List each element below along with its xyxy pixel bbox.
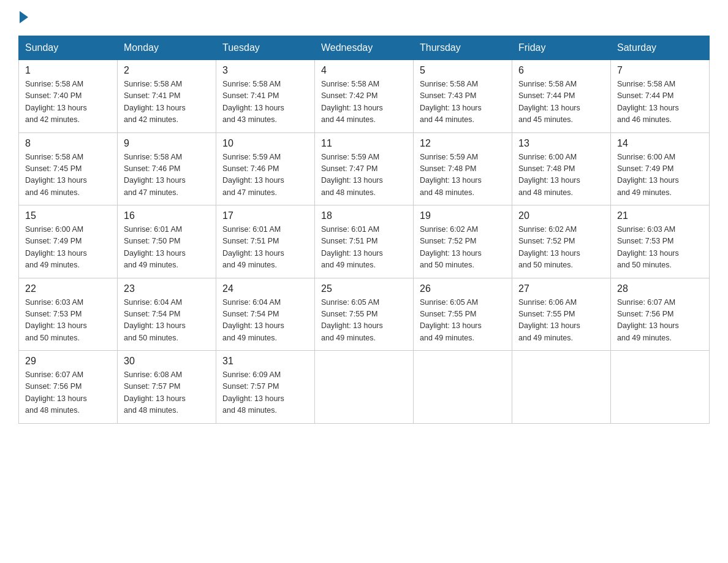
day-number: 6 <box>518 65 604 76</box>
calendar-cell: 28 Sunrise: 6:07 AM Sunset: 7:56 PM Dayl… <box>611 278 710 351</box>
day-info: Sunrise: 5:58 AM Sunset: 7:41 PM Dayligh… <box>222 79 308 126</box>
calendar-cell: 30 Sunrise: 6:08 AM Sunset: 7:57 PM Dayl… <box>118 351 216 424</box>
calendar-cell: 12 Sunrise: 5:59 AM Sunset: 7:48 PM Dayl… <box>414 132 512 205</box>
calendar-cell: 16 Sunrise: 6:01 AM Sunset: 7:50 PM Dayl… <box>118 205 216 278</box>
day-info: Sunrise: 5:59 AM Sunset: 7:46 PM Dayligh… <box>222 151 308 199</box>
calendar-cell: 11 Sunrise: 5:59 AM Sunset: 7:47 PM Dayl… <box>315 132 414 205</box>
day-info: Sunrise: 6:01 AM Sunset: 7:50 PM Dayligh… <box>124 224 210 272</box>
calendar-cell: 27 Sunrise: 6:06 AM Sunset: 7:55 PM Dayl… <box>512 278 611 351</box>
calendar-header: SundayMondayTuesdayWednesdayThursdayFrid… <box>19 36 710 60</box>
day-number: 4 <box>321 65 407 76</box>
logo-blue-part <box>18 12 31 23</box>
calendar-cell: 22 Sunrise: 6:03 AM Sunset: 7:53 PM Dayl… <box>19 278 118 351</box>
day-number: 10 <box>222 138 308 149</box>
calendar-cell: 31 Sunrise: 6:09 AM Sunset: 7:57 PM Dayl… <box>216 351 315 424</box>
day-info: Sunrise: 5:58 AM Sunset: 7:42 PM Dayligh… <box>321 79 407 126</box>
day-info: Sunrise: 6:07 AM Sunset: 7:56 PM Dayligh… <box>25 369 111 417</box>
day-info: Sunrise: 6:02 AM Sunset: 7:52 PM Dayligh… <box>518 224 604 272</box>
day-number: 25 <box>321 283 407 294</box>
day-info: Sunrise: 6:04 AM Sunset: 7:54 PM Dayligh… <box>222 297 308 345</box>
day-info: Sunrise: 5:58 AM Sunset: 7:40 PM Dayligh… <box>25 79 111 126</box>
day-number: 12 <box>420 138 506 149</box>
weekday-header-row: SundayMondayTuesdayWednesdayThursdayFrid… <box>19 36 710 60</box>
calendar-week-row: 22 Sunrise: 6:03 AM Sunset: 7:53 PM Dayl… <box>19 278 710 351</box>
calendar-cell: 9 Sunrise: 5:58 AM Sunset: 7:46 PM Dayli… <box>118 132 216 205</box>
calendar-cell: 14 Sunrise: 6:00 AM Sunset: 7:49 PM Dayl… <box>611 132 710 205</box>
calendar-cell: 29 Sunrise: 6:07 AM Sunset: 7:56 PM Dayl… <box>19 351 118 424</box>
calendar-cell: 13 Sunrise: 6:00 AM Sunset: 7:48 PM Dayl… <box>512 132 611 205</box>
day-info: Sunrise: 6:01 AM Sunset: 7:51 PM Dayligh… <box>222 224 308 272</box>
calendar-cell: 24 Sunrise: 6:04 AM Sunset: 7:54 PM Dayl… <box>216 278 315 351</box>
weekday-header-tuesday: Tuesday <box>216 36 315 60</box>
logo-arrow-icon <box>20 11 28 23</box>
calendar-body: 1 Sunrise: 5:58 AM Sunset: 7:40 PM Dayli… <box>19 60 710 424</box>
logo <box>18 12 31 23</box>
day-info: Sunrise: 6:05 AM Sunset: 7:55 PM Dayligh… <box>420 297 506 345</box>
day-number: 18 <box>321 210 407 221</box>
calendar-cell: 7 Sunrise: 5:58 AM Sunset: 7:44 PM Dayli… <box>611 60 710 133</box>
calendar-cell: 25 Sunrise: 6:05 AM Sunset: 7:55 PM Dayl… <box>315 278 414 351</box>
day-number: 1 <box>25 65 111 76</box>
calendar-table: SundayMondayTuesdayWednesdayThursdayFrid… <box>18 36 710 424</box>
day-info: Sunrise: 6:09 AM Sunset: 7:57 PM Dayligh… <box>222 369 308 417</box>
day-info: Sunrise: 6:01 AM Sunset: 7:51 PM Dayligh… <box>321 224 407 272</box>
day-info: Sunrise: 6:02 AM Sunset: 7:52 PM Dayligh… <box>420 224 506 272</box>
weekday-header-friday: Friday <box>512 36 611 60</box>
calendar-cell <box>315 351 414 424</box>
day-number: 2 <box>124 65 210 76</box>
day-info: Sunrise: 6:00 AM Sunset: 7:49 PM Dayligh… <box>25 224 111 272</box>
calendar-cell: 10 Sunrise: 5:59 AM Sunset: 7:46 PM Dayl… <box>216 132 315 205</box>
calendar-cell: 23 Sunrise: 6:04 AM Sunset: 7:54 PM Dayl… <box>118 278 216 351</box>
day-info: Sunrise: 6:08 AM Sunset: 7:57 PM Dayligh… <box>124 369 210 417</box>
calendar-cell: 26 Sunrise: 6:05 AM Sunset: 7:55 PM Dayl… <box>414 278 512 351</box>
day-number: 9 <box>124 138 210 149</box>
day-number: 16 <box>124 210 210 221</box>
calendar-week-row: 29 Sunrise: 6:07 AM Sunset: 7:56 PM Dayl… <box>19 351 710 424</box>
day-info: Sunrise: 6:00 AM Sunset: 7:48 PM Dayligh… <box>518 151 604 199</box>
day-number: 17 <box>222 210 308 221</box>
calendar-cell <box>414 351 512 424</box>
day-number: 20 <box>518 210 604 221</box>
day-info: Sunrise: 6:05 AM Sunset: 7:55 PM Dayligh… <box>321 297 407 345</box>
day-number: 24 <box>222 283 308 294</box>
calendar-cell <box>611 351 710 424</box>
day-info: Sunrise: 6:04 AM Sunset: 7:54 PM Dayligh… <box>124 297 210 345</box>
calendar-cell: 6 Sunrise: 5:58 AM Sunset: 7:44 PM Dayli… <box>512 60 611 133</box>
day-number: 7 <box>617 65 703 76</box>
day-number: 14 <box>617 138 703 149</box>
calendar-cell: 4 Sunrise: 5:58 AM Sunset: 7:42 PM Dayli… <box>315 60 414 133</box>
day-number: 28 <box>617 283 703 294</box>
calendar-cell: 5 Sunrise: 5:58 AM Sunset: 7:43 PM Dayli… <box>414 60 512 133</box>
day-info: Sunrise: 5:59 AM Sunset: 7:47 PM Dayligh… <box>321 151 407 199</box>
calendar-week-row: 1 Sunrise: 5:58 AM Sunset: 7:40 PM Dayli… <box>19 60 710 133</box>
day-number: 19 <box>420 210 506 221</box>
day-number: 3 <box>222 65 308 76</box>
day-info: Sunrise: 5:58 AM Sunset: 7:43 PM Dayligh… <box>420 79 506 126</box>
day-number: 8 <box>25 138 111 149</box>
page-header <box>18 12 710 23</box>
weekday-header-sunday: Sunday <box>19 36 118 60</box>
day-info: Sunrise: 5:58 AM Sunset: 7:46 PM Dayligh… <box>124 151 210 199</box>
calendar-cell <box>512 351 611 424</box>
calendar-week-row: 15 Sunrise: 6:00 AM Sunset: 7:49 PM Dayl… <box>19 205 710 278</box>
day-number: 27 <box>518 283 604 294</box>
day-number: 26 <box>420 283 506 294</box>
day-number: 22 <box>25 283 111 294</box>
calendar-cell: 3 Sunrise: 5:58 AM Sunset: 7:41 PM Dayli… <box>216 60 315 133</box>
weekday-header-saturday: Saturday <box>611 36 710 60</box>
calendar-cell: 20 Sunrise: 6:02 AM Sunset: 7:52 PM Dayl… <box>512 205 611 278</box>
day-number: 13 <box>518 138 604 149</box>
calendar-cell: 2 Sunrise: 5:58 AM Sunset: 7:41 PM Dayli… <box>118 60 216 133</box>
day-info: Sunrise: 5:58 AM Sunset: 7:41 PM Dayligh… <box>124 79 210 126</box>
weekday-header-thursday: Thursday <box>414 36 512 60</box>
calendar-cell: 15 Sunrise: 6:00 AM Sunset: 7:49 PM Dayl… <box>19 205 118 278</box>
day-number: 29 <box>25 356 111 367</box>
day-number: 23 <box>124 283 210 294</box>
day-number: 21 <box>617 210 703 221</box>
day-info: Sunrise: 6:06 AM Sunset: 7:55 PM Dayligh… <box>518 297 604 345</box>
day-number: 15 <box>25 210 111 221</box>
day-info: Sunrise: 6:03 AM Sunset: 7:53 PM Dayligh… <box>617 224 703 272</box>
calendar-cell: 17 Sunrise: 6:01 AM Sunset: 7:51 PM Dayl… <box>216 205 315 278</box>
day-number: 5 <box>420 65 506 76</box>
day-info: Sunrise: 5:58 AM Sunset: 7:45 PM Dayligh… <box>25 151 111 199</box>
